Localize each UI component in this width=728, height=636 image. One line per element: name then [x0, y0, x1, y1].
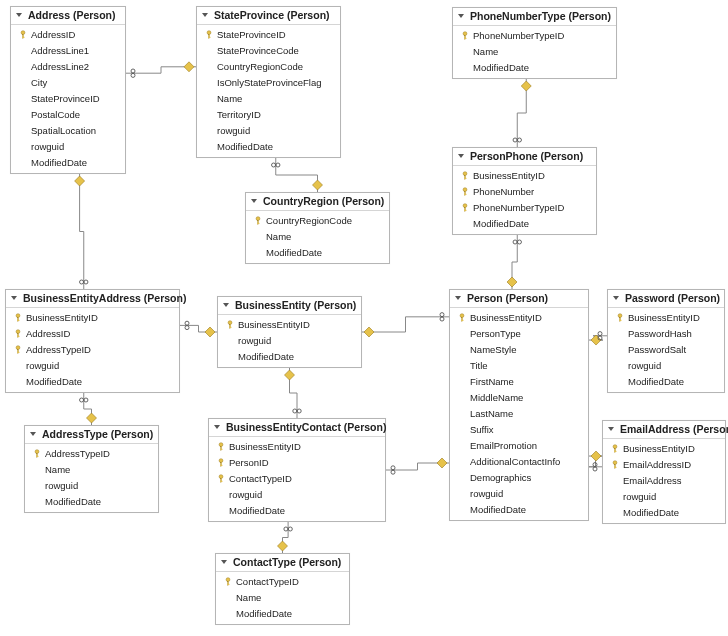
entity-businessentitycontact[interactable]: BusinessEntityContact (Person) BusinessE… — [208, 418, 386, 522]
entity-header[interactable]: Password (Person) — [608, 290, 724, 308]
expander-icon[interactable] — [214, 425, 220, 429]
table-column[interactable]: Name — [25, 462, 158, 478]
entity-header[interactable]: BusinessEntity (Person) — [218, 297, 361, 315]
table-column[interactable]: Name — [197, 91, 340, 107]
table-column[interactable]: rowguid — [11, 139, 125, 155]
expander-icon[interactable] — [202, 13, 208, 17]
table-column[interactable]: rowguid — [608, 358, 724, 374]
entity-businessentityaddress[interactable]: BusinessEntityAddress (Person) BusinessE… — [5, 289, 180, 393]
table-column[interactable]: PasswordHash — [608, 326, 724, 342]
table-column[interactable]: City — [11, 75, 125, 91]
table-column[interactable]: EmailAddressID — [603, 457, 725, 473]
entity-stateprovince[interactable]: StateProvince (Person) StateProvinceIDSt… — [196, 6, 341, 158]
table-column[interactable]: rowguid — [6, 358, 179, 374]
table-column[interactable]: ModifiedDate — [603, 505, 725, 521]
table-column[interactable]: ModifiedDate — [209, 503, 385, 519]
table-column[interactable]: ModifiedDate — [450, 502, 588, 518]
table-column[interactable]: PhoneNumberTypeID — [453, 28, 616, 44]
expander-icon[interactable] — [608, 427, 614, 431]
table-column[interactable]: BusinessEntityID — [6, 310, 179, 326]
expander-icon[interactable] — [223, 303, 229, 307]
table-column[interactable]: StateProvinceID — [197, 27, 340, 43]
table-column[interactable]: ModifiedDate — [11, 155, 125, 171]
table-column[interactable]: Name — [453, 44, 616, 60]
expander-icon[interactable] — [458, 14, 464, 18]
entity-header[interactable]: ContactType (Person) — [216, 554, 349, 572]
entity-personphone[interactable]: PersonPhone (Person) BusinessEntityID Ph… — [452, 147, 597, 235]
entity-header[interactable]: BusinessEntityAddress (Person) — [6, 290, 179, 308]
table-column[interactable]: NameStyle — [450, 342, 588, 358]
table-column[interactable]: rowguid — [218, 333, 361, 349]
entity-countryregion[interactable]: CountryRegion (Person) CountryRegionCode… — [245, 192, 390, 264]
entity-header[interactable]: PersonPhone (Person) — [453, 148, 596, 166]
expander-icon[interactable] — [16, 13, 22, 17]
entity-header[interactable]: BusinessEntityContact (Person) — [209, 419, 385, 437]
expander-icon[interactable] — [30, 432, 36, 436]
expander-icon[interactable] — [11, 296, 17, 300]
entity-header[interactable]: EmailAddress (Person) — [603, 421, 725, 439]
table-column[interactable]: LastName — [450, 406, 588, 422]
table-column[interactable]: IsOnlyStateProvinceFlag — [197, 75, 340, 91]
entity-header[interactable]: Address (Person) — [11, 7, 125, 25]
entity-header[interactable]: Person (Person) — [450, 290, 588, 308]
table-column[interactable]: FirstName — [450, 374, 588, 390]
entity-addresstype[interactable]: AddressType (Person) AddressTypeIDNamero… — [24, 425, 159, 513]
entity-header[interactable]: PhoneNumberType (Person) — [453, 8, 616, 26]
table-column[interactable]: CountryRegionCode — [246, 213, 389, 229]
entity-password[interactable]: Password (Person) BusinessEntityIDPasswo… — [607, 289, 725, 393]
expander-icon[interactable] — [251, 199, 257, 203]
table-column[interactable]: BusinessEntityID — [608, 310, 724, 326]
table-column[interactable]: Demographics — [450, 470, 588, 486]
table-column[interactable]: StateProvinceID — [11, 91, 125, 107]
entity-contacttype[interactable]: ContactType (Person) ContactTypeIDNameMo… — [215, 553, 350, 625]
table-column[interactable]: AddressID — [6, 326, 179, 342]
table-column[interactable]: AddressTypeID — [25, 446, 158, 462]
table-column[interactable]: PasswordSalt — [608, 342, 724, 358]
table-column[interactable]: PostalCode — [11, 107, 125, 123]
table-column[interactable]: ContactTypeID — [209, 471, 385, 487]
table-column[interactable]: Name — [246, 229, 389, 245]
table-column[interactable]: rowguid — [450, 486, 588, 502]
table-column[interactable]: BusinessEntityID — [209, 439, 385, 455]
table-column[interactable]: SpatialLocation — [11, 123, 125, 139]
entity-header[interactable]: CountryRegion (Person) — [246, 193, 389, 211]
table-column[interactable]: AddressID — [11, 27, 125, 43]
table-column[interactable]: ModifiedDate — [25, 494, 158, 510]
table-column[interactable]: AdditionalContactInfo — [450, 454, 588, 470]
table-column[interactable]: AddressLine1 — [11, 43, 125, 59]
expander-icon[interactable] — [221, 560, 227, 564]
table-column[interactable]: PhoneNumber — [453, 184, 596, 200]
table-column[interactable]: ModifiedDate — [246, 245, 389, 261]
table-column[interactable]: rowguid — [603, 489, 725, 505]
table-column[interactable]: Title — [450, 358, 588, 374]
table-column[interactable]: CountryRegionCode — [197, 59, 340, 75]
table-column[interactable]: BusinessEntityID — [218, 317, 361, 333]
expander-icon[interactable] — [455, 296, 461, 300]
table-column[interactable]: MiddleName — [450, 390, 588, 406]
table-column[interactable]: rowguid — [25, 478, 158, 494]
table-column[interactable]: BusinessEntityID — [453, 168, 596, 184]
entity-header[interactable]: AddressType (Person) — [25, 426, 158, 444]
table-column[interactable]: BusinessEntityID — [603, 441, 725, 457]
table-column[interactable]: PersonID — [209, 455, 385, 471]
table-column[interactable]: PersonType — [450, 326, 588, 342]
table-column[interactable]: ModifiedDate — [197, 139, 340, 155]
table-column[interactable]: TerritoryID — [197, 107, 340, 123]
table-column[interactable]: rowguid — [209, 487, 385, 503]
expander-icon[interactable] — [613, 296, 619, 300]
table-column[interactable]: ContactTypeID — [216, 574, 349, 590]
table-column[interactable]: EmailPromotion — [450, 438, 588, 454]
table-column[interactable]: EmailAddress — [603, 473, 725, 489]
table-column[interactable]: ModifiedDate — [453, 60, 616, 76]
table-column[interactable]: Name — [216, 590, 349, 606]
table-column[interactable]: StateProvinceCode — [197, 43, 340, 59]
entity-person[interactable]: Person (Person) BusinessEntityIDPersonTy… — [449, 289, 589, 521]
entity-emailaddress[interactable]: EmailAddress (Person) BusinessEntityID E… — [602, 420, 726, 524]
entity-address[interactable]: Address (Person) AddressIDAddressLine1Ad… — [10, 6, 126, 174]
entity-phonenumbertype[interactable]: PhoneNumberType (Person) PhoneNumberType… — [452, 7, 617, 79]
table-column[interactable]: ModifiedDate — [216, 606, 349, 622]
table-column[interactable]: rowguid — [197, 123, 340, 139]
expander-icon[interactable] — [458, 154, 464, 158]
table-column[interactable]: ModifiedDate — [453, 216, 596, 232]
table-column[interactable]: ModifiedDate — [218, 349, 361, 365]
